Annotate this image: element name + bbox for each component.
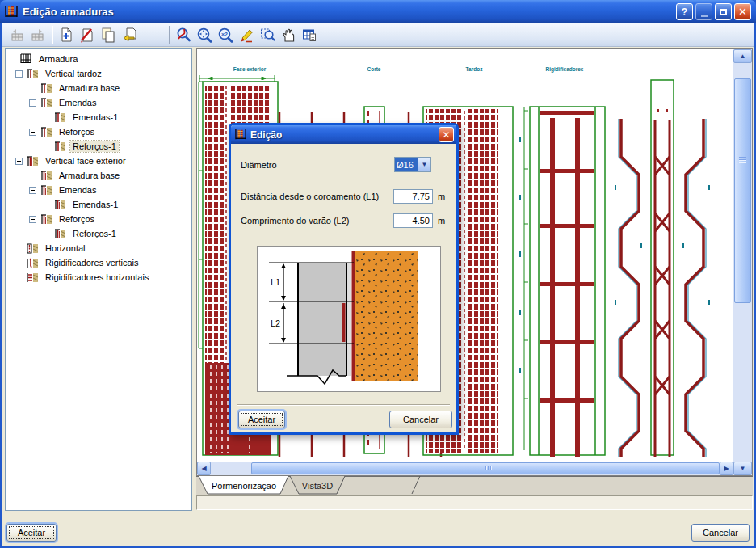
maximize-icon bbox=[720, 9, 727, 15]
dimension-diagram: L1 L2 bbox=[258, 247, 440, 391]
vertical-scrollbar[interactable]: ▲ ▼ bbox=[733, 49, 752, 475]
report-table-button[interactable] bbox=[299, 25, 320, 44]
zoom-window-icon bbox=[175, 27, 191, 43]
horizontal-scrollbar[interactable]: ◀ ▶ bbox=[197, 462, 733, 475]
copy-button[interactable] bbox=[98, 25, 119, 44]
tree-item-icon bbox=[40, 97, 53, 109]
l2-label: Comprimento do varão (L2) bbox=[241, 216, 350, 226]
new-button[interactable] bbox=[56, 25, 77, 44]
tree-item-icon bbox=[26, 257, 40, 269]
pan-button[interactable] bbox=[278, 25, 299, 44]
dialog-close-button[interactable]: ✕ bbox=[439, 127, 454, 142]
zoom-extents-button[interactable] bbox=[194, 25, 215, 44]
tree-expander[interactable] bbox=[29, 129, 36, 136]
tree-item-label: Armadura base bbox=[57, 82, 122, 94]
tree-item-label: Emendas bbox=[57, 97, 99, 108]
minimize-icon bbox=[701, 15, 708, 17]
tree-item-refor-os[interactable]: Reforços bbox=[6, 212, 191, 226]
cancel-button[interactable]: Cancelar bbox=[691, 524, 750, 542]
tree-item-armadura-base[interactable]: Armadura base bbox=[6, 81, 191, 95]
export-button[interactable] bbox=[119, 25, 140, 44]
scroll-down-button[interactable]: ▼ bbox=[733, 462, 752, 475]
combo-arrow-icon[interactable]: ▼ bbox=[418, 158, 430, 171]
tab-vista3d[interactable]: Vista3D bbox=[290, 476, 345, 494]
svg-text:Corte: Corte bbox=[368, 66, 381, 72]
svg-text:L1: L1 bbox=[271, 277, 280, 287]
tree-item-label: Reforços bbox=[57, 213, 97, 225]
l1-unit: m bbox=[438, 192, 445, 201]
scroll-left-button[interactable]: ◀ bbox=[197, 462, 211, 475]
minimize-button bbox=[695, 3, 712, 20]
tree-item-icon bbox=[40, 184, 53, 196]
delete-button[interactable] bbox=[77, 25, 98, 44]
tree-item-refor-os[interactable]: Reforços bbox=[6, 124, 191, 139]
move-right-button bbox=[27, 25, 48, 44]
zoom-2x-icon: ×2 bbox=[217, 27, 233, 43]
dialog-title-bar[interactable]: Edição ✕ bbox=[231, 125, 456, 144]
zoom-window-button[interactable] bbox=[173, 25, 194, 44]
diameter-combo[interactable]: Ø16 ▼ bbox=[394, 157, 431, 172]
close-button[interactable]: ✕ bbox=[734, 3, 751, 20]
tree-panel: Armadura Vertical tardoz Armadura base E… bbox=[5, 48, 192, 511]
diameter-label: Diâmetro bbox=[241, 160, 277, 170]
tree-item-horizontal[interactable]: Horizontal bbox=[6, 241, 191, 255]
tree-item-icon bbox=[40, 126, 53, 138]
tab-pormenorizacao[interactable]: Pormenorização bbox=[199, 476, 288, 494]
tree-item-emendas[interactable]: Emendas bbox=[6, 95, 191, 110]
dialog-cancel-button[interactable]: Cancelar bbox=[389, 411, 452, 428]
tree-item-rigidificadores-verticais[interactable]: Rigidificadores verticais bbox=[6, 255, 191, 270]
tree-item-label: Horizontal bbox=[43, 242, 88, 254]
tree-expander[interactable] bbox=[29, 216, 36, 223]
new-document-icon bbox=[58, 27, 74, 43]
tree-expander[interactable] bbox=[15, 70, 23, 78]
scroll-up-button[interactable]: ▲ bbox=[733, 49, 752, 63]
zoom-region-button[interactable] bbox=[257, 25, 278, 44]
redraw-button[interactable] bbox=[236, 25, 257, 44]
tree-item-emendas-1[interactable]: Emendas-1 bbox=[6, 197, 191, 212]
l2-field[interactable] bbox=[393, 213, 433, 228]
svg-text:Rigidificadores: Rigidificadores bbox=[546, 66, 584, 73]
tree-item-refor-os-1[interactable]: Reforços-1 bbox=[6, 226, 191, 241]
move-left-button bbox=[6, 25, 27, 44]
close-icon: ✕ bbox=[738, 6, 747, 17]
tree-item-label: Armadura bbox=[36, 53, 80, 65]
delete-document-icon bbox=[79, 27, 95, 43]
zoom-2x-button[interactable]: ×2 bbox=[215, 25, 236, 44]
scroll-right-button[interactable]: ▶ bbox=[720, 462, 733, 475]
horizontal-scroll-thumb[interactable] bbox=[251, 462, 720, 474]
tree-item-icon bbox=[53, 199, 67, 211]
tree-item-refor-os-1[interactable]: Reforços-1 bbox=[6, 139, 191, 154]
tree-expander[interactable] bbox=[29, 99, 36, 107]
tree-item-rigidificadores-horizontais[interactable]: Rigidificadores horizontais bbox=[6, 270, 191, 285]
maximize-button[interactable] bbox=[715, 3, 732, 20]
diameter-value: Ø16 bbox=[395, 158, 418, 171]
tree-item-icon bbox=[53, 112, 67, 124]
tree-item-icon bbox=[40, 213, 53, 226]
view-tabs: Pormenorização Vista3D bbox=[196, 476, 753, 495]
dimension-diagram-panel: L1 L2 bbox=[257, 246, 441, 392]
tree-item-label: Emendas-1 bbox=[70, 112, 120, 123]
tree-item-vertical-face-exterior[interactable]: Vertical face exterior bbox=[6, 154, 191, 168]
window-title: Edição armaduras bbox=[23, 6, 676, 18]
tree-item-emendas[interactable]: Emendas bbox=[6, 183, 191, 197]
accept-button[interactable]: Aceitar bbox=[6, 524, 57, 542]
title-bar[interactable]: Edição armaduras ? ✕ bbox=[0, 0, 756, 23]
help-icon: ? bbox=[682, 6, 687, 18]
tree-item-emendas-1[interactable]: Emendas-1 bbox=[6, 110, 191, 124]
tree-item-label: Reforços-1 bbox=[70, 228, 119, 239]
dialog-accept-button[interactable]: Aceitar bbox=[238, 411, 285, 428]
pencil-icon bbox=[238, 27, 254, 43]
tree-expander[interactable] bbox=[15, 158, 23, 165]
svg-text:Face exterior: Face exterior bbox=[233, 66, 267, 72]
help-button[interactable]: ? bbox=[676, 3, 693, 20]
tree-item-vertical-tardoz[interactable]: Vertical tardoz bbox=[6, 66, 191, 81]
dialog-separator bbox=[237, 404, 450, 406]
dialog-close-icon: ✕ bbox=[442, 129, 450, 141]
table-arrow-right-icon bbox=[30, 27, 46, 43]
tree-item-armadura[interactable]: Armadura bbox=[6, 52, 191, 66]
tree-item-armadura-base[interactable]: Armadura base bbox=[6, 168, 191, 183]
vertical-scroll-thumb[interactable] bbox=[734, 78, 751, 303]
tree-expander[interactable] bbox=[29, 187, 36, 194]
tree-item-icon bbox=[53, 228, 67, 240]
l1-field[interactable] bbox=[393, 189, 433, 204]
